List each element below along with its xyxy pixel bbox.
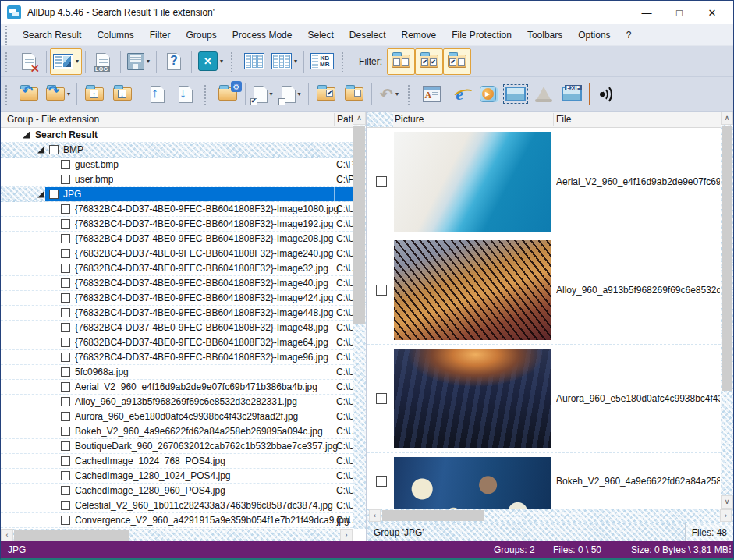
file-checkbox[interactable] xyxy=(61,456,70,466)
thumbnail-aurora[interactable] xyxy=(394,349,551,448)
column-header-picture[interactable]: Picture xyxy=(395,114,424,125)
tree-file-row[interactable]: Convergence_V2_960_a4291915a9e359b054f1e… xyxy=(1,513,353,528)
deselect-files-button[interactable]: ▾ xyxy=(277,81,305,108)
file-checkbox[interactable] xyxy=(376,393,387,404)
deselect-folder-button[interactable] xyxy=(340,81,368,108)
export-file-list-button[interactable]: ↑ xyxy=(144,81,172,108)
scroll-left-icon[interactable]: ‹ xyxy=(369,509,381,522)
menu-item-columns[interactable]: Columns xyxy=(89,26,141,44)
tree-vertical-scrollbar[interactable]: ∧ xyxy=(353,112,366,529)
select-files-button[interactable]: ✔ ▾ xyxy=(249,81,277,108)
tree-group-row-jpg[interactable]: JPG xyxy=(1,187,353,202)
file-checkbox[interactable] xyxy=(61,278,70,288)
toolbar-grip[interactable] xyxy=(341,51,345,72)
open-audio-player-button[interactable] xyxy=(594,81,622,108)
expand-triangle-icon[interactable] xyxy=(37,147,44,154)
thumbnail-aerial[interactable] xyxy=(394,132,551,232)
file-checkbox[interactable] xyxy=(61,427,70,436)
tree-file-row[interactable]: {76832BC4-DD37-4BE0-9FEC-BB6041808F32}-I… xyxy=(1,350,353,365)
file-checkbox[interactable] xyxy=(61,367,70,377)
maximize-button[interactable]: □ xyxy=(663,2,696,23)
scroll-up-icon[interactable]: ∧ xyxy=(721,112,733,125)
scroll-up-icon[interactable]: ∧ xyxy=(353,112,366,125)
help-button[interactable]: ? xyxy=(160,48,188,75)
tree-group-row-bmp[interactable]: BMP xyxy=(1,143,353,158)
tree-file-row[interactable]: Alloy_960_a913b5f968269f69c6e8532d3e2823… xyxy=(1,395,353,409)
minimize-button[interactable]: — xyxy=(630,2,663,23)
file-checkbox[interactable] xyxy=(61,382,70,392)
file-checkbox[interactable] xyxy=(61,293,70,303)
tree-file-row[interactable]: {76832BC4-DD37-4BE0-9FEC-BB6041808F32}-I… xyxy=(1,276,353,291)
file-checkbox[interactable] xyxy=(61,353,70,362)
menu-item-select[interactable]: Select xyxy=(300,26,341,44)
tree-file-row[interactable]: user.bmpC:\P xyxy=(1,172,353,187)
menu-item-remove[interactable]: Remove xyxy=(394,26,445,44)
group-checkbox[interactable] xyxy=(49,190,59,199)
column-layout-button[interactable] xyxy=(240,48,268,75)
tree-file-row[interactable]: 5fc0968a.jpgC:\U xyxy=(1,365,353,380)
file-checkbox[interactable] xyxy=(61,308,70,317)
toolbar-grip[interactable] xyxy=(230,51,234,72)
open-text-editor-button[interactable]: A xyxy=(417,81,445,108)
scrollbar-thumb[interactable] xyxy=(353,126,365,324)
open-exif-viewer-button[interactable]: EXIF xyxy=(558,81,586,108)
picture-row[interactable]: Bokeh_V2_960_4a9e6622fd62a84a258eb269895… xyxy=(367,453,721,509)
menu-item-filter[interactable]: Filter xyxy=(142,26,179,44)
toolbar-grip[interactable] xyxy=(5,84,9,105)
file-checkbox[interactable] xyxy=(61,338,70,347)
column-header-file[interactable]: File xyxy=(556,114,571,125)
picture-row[interactable]: Aurora_960_e5e180d0afc4c9938bc4f43c29faa… xyxy=(367,345,721,453)
menu-item-deselect[interactable]: Deselect xyxy=(342,26,394,44)
filter-one-checked-button[interactable]: ✔ xyxy=(443,48,471,75)
file-checkbox[interactable] xyxy=(376,285,387,296)
file-size-format-button[interactable]: KBMB xyxy=(307,48,337,75)
expand-triangle-icon[interactable] xyxy=(23,132,30,139)
log-button[interactable]: LOG xyxy=(89,48,117,75)
tree-file-row[interactable]: guest.bmpC:\P xyxy=(1,158,353,172)
file-checkbox[interactable] xyxy=(61,471,70,480)
folder-back-button[interactable]: ↶ xyxy=(15,81,43,108)
column-width-button[interactable]: ▾ xyxy=(268,48,300,75)
close-program-button[interactable]: ✕ ▾ xyxy=(195,48,226,75)
move-files-up-button[interactable]: ↑ xyxy=(80,81,108,108)
tree-file-row[interactable]: CachedImage_1280_1024_POS4.jpgC:\U xyxy=(1,469,353,484)
preview-pane-toggle-button[interactable]: ▾ xyxy=(50,48,82,75)
tree-file-row[interactable]: CachedImage_1280_960_POS4.jpgC:\U xyxy=(1,484,353,498)
picture-row[interactable]: Alloy_960_a913b5f968269f69c6e8532d3e2823… xyxy=(367,236,721,345)
open-internet-explorer-button[interactable]: e xyxy=(445,81,473,108)
move-files-down-button[interactable]: ↓ xyxy=(108,81,137,108)
tree-file-row[interactable]: {76832BC4-DD37-4BE0-9FEC-BB6041808F32}-I… xyxy=(1,261,353,276)
column-header-path[interactable]: Path xyxy=(337,114,353,125)
toolbar-grip[interactable] xyxy=(204,84,207,105)
open-image-viewer-button[interactable] xyxy=(502,81,530,108)
file-checkbox[interactable] xyxy=(61,175,70,184)
menu-item-process-mode[interactable]: Process Mode xyxy=(225,26,300,44)
tree-file-row[interactable]: CachedImage_1024_768_POS4.jpgC:\U xyxy=(1,454,353,469)
file-checkbox[interactable] xyxy=(61,501,70,510)
tree-file-row[interactable]: {76832BC4-DD37-4BE0-9FEC-BB6041808F32}-I… xyxy=(1,291,353,306)
save-result-button[interactable]: ▾ xyxy=(124,48,153,75)
scroll-down-icon[interactable]: ∨ xyxy=(721,495,733,509)
close-search-result-button[interactable]: ✕ xyxy=(15,48,43,75)
tree-file-row[interactable]: {76832BC4-DD37-4BE0-9FEC-BB6041808F32}-I… xyxy=(1,246,353,261)
file-checkbox[interactable] xyxy=(61,204,70,214)
folder-forward-button[interactable]: ↷ ▾ xyxy=(43,81,73,108)
scroll-right-icon[interactable]: › xyxy=(340,529,353,541)
picture-row[interactable]: Aerial_V2_960_e4f16d9ab2de9e07fc69b471b3… xyxy=(367,128,721,236)
tree-file-row[interactable]: {76832BC4-DD37-4BE0-9FEC-BB6041808F32}-I… xyxy=(1,306,353,321)
tree-file-row[interactable]: Aerial_V2_960_e4f16d9ab2de9e07fc69b471b3… xyxy=(1,380,353,395)
file-checkbox[interactable] xyxy=(61,249,70,258)
tree-file-row[interactable]: {76832BC4-DD37-4BE0-9FEC-BB6041808F32}-I… xyxy=(1,202,353,217)
scroll-left-icon[interactable]: ‹ xyxy=(1,529,13,541)
file-checkbox[interactable] xyxy=(376,176,387,187)
tree-file-row[interactable]: {76832BC4-DD37-4BE0-9FEC-BB6041808F32}-I… xyxy=(1,217,353,232)
picture-horizontal-scrollbar[interactable]: ‹ › xyxy=(367,509,733,523)
menu-item-search-result[interactable]: Search Result xyxy=(15,26,89,44)
file-checkbox[interactable] xyxy=(61,412,70,421)
file-checkbox[interactable] xyxy=(61,219,70,229)
column-divider[interactable] xyxy=(553,113,554,126)
select-folder-button[interactable]: ✔ xyxy=(312,81,340,108)
tree-file-row[interactable]: Celestial_V2_960_1b011c282433a37463b96c8… xyxy=(1,498,353,513)
menu-item-help[interactable]: ? xyxy=(619,26,640,44)
tree-file-row[interactable]: {76832BC4-DD37-4BE0-9FEC-BB6041808F32}-I… xyxy=(1,321,353,335)
